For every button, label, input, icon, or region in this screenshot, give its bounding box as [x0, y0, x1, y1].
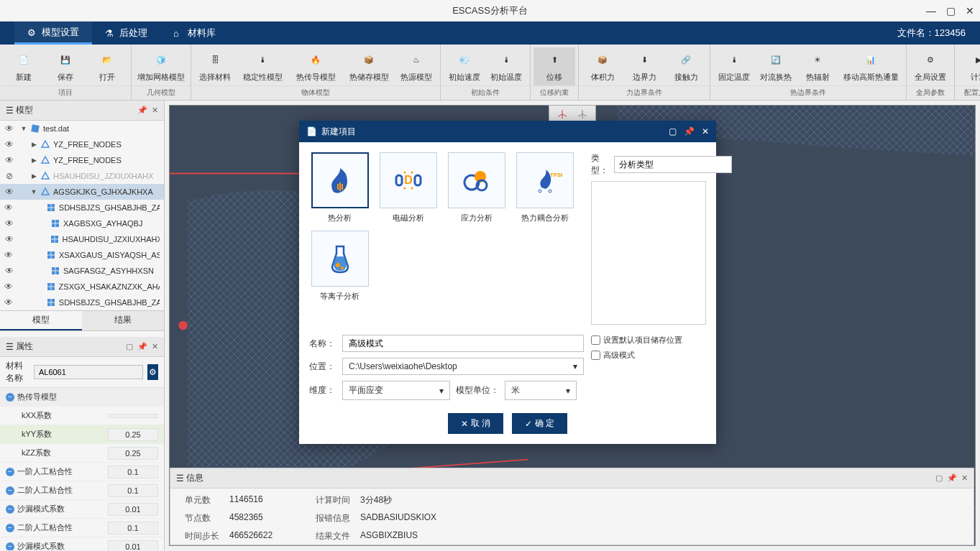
expand-icon[interactable]: ▶: [30, 141, 37, 148]
maximize-button[interactable]: ▢: [946, 5, 956, 17]
default-location-checkbox[interactable]: 设置默认项目储存位置: [591, 335, 706, 346]
ribbon-初始温度[interactable]: 🌡初始温度: [485, 47, 527, 85]
ribbon-稳定性模型[interactable]: 🌡稳定性模型: [236, 47, 289, 85]
prop-row[interactable]: −沙漏模式系数0.01: [0, 537, 164, 550]
axis-icon[interactable]: [575, 107, 590, 121]
tree-tab-model[interactable]: 模型: [0, 311, 82, 330]
prop-value[interactable]: 0.01: [108, 503, 158, 516]
visibility-icon[interactable]: 👁: [4, 297, 13, 307]
prop-row[interactable]: kYY系数0.25: [0, 425, 164, 444]
visibility-icon[interactable]: 👁: [4, 266, 14, 276]
menu-tab-post[interactable]: ⚗后处理: [92, 22, 160, 45]
menu-tab-model[interactable]: ⚙模型设置: [14, 22, 92, 45]
prop-row[interactable]: −一阶人工粘合性0.1: [0, 463, 164, 481]
prop-row[interactable]: −二阶人工粘合性0.1: [0, 481, 164, 500]
visibility-icon[interactable]: 👁: [4, 282, 13, 292]
prop-row[interactable]: −二阶人工粘合性0.1: [0, 519, 164, 537]
close-panel-icon[interactable]: ✕: [152, 106, 158, 115]
ribbon-边界力[interactable]: ⬇边界力: [623, 47, 665, 85]
modal-maximize-icon[interactable]: ▢: [669, 126, 677, 136]
cancel-button[interactable]: ✕ 取 消: [448, 413, 503, 434]
visibility-icon[interactable]: 👁: [4, 124, 14, 134]
tree-row[interactable]: 👁▼AGSGKJKG_GJHXAJKHXA: [0, 184, 164, 200]
tree-row[interactable]: 👁HSAUHDISU_JZXIUXHAHX: [0, 231, 164, 247]
popout-icon[interactable]: ▢: [126, 342, 133, 351]
expand-icon[interactable]: ▼: [20, 125, 27, 132]
minus-icon[interactable]: −: [6, 542, 14, 551]
unit-select[interactable]: 米▾: [505, 381, 577, 400]
ribbon-打开[interactable]: 📂打开: [86, 47, 128, 85]
material-input[interactable]: [34, 365, 143, 379]
analysis-card-热分析[interactable]: 热分析: [309, 152, 370, 223]
prop-value[interactable]: [108, 414, 158, 418]
prop-value[interactable]: 0.1: [108, 484, 158, 497]
close-panel-icon[interactable]: ✕: [961, 473, 968, 483]
tree-row[interactable]: 👁▶YZ_FREE_NODES: [0, 136, 164, 152]
visibility-icon[interactable]: 👁: [4, 187, 14, 197]
tree-row[interactable]: 👁SAGFASGZ_ASYHHXSN: [0, 263, 164, 279]
prop-value[interactable]: 0.25: [108, 428, 158, 441]
ribbon-初始速度[interactable]: 💨初始速度: [444, 47, 485, 85]
tree-tab-results[interactable]: 结果: [82, 311, 164, 330]
tree-row[interactable]: 👁XSAXGAUS_AISYAQSH_ASHX: [0, 247, 164, 263]
ribbon-固定温度[interactable]: 🌡固定温度: [713, 47, 755, 85]
modal-pin-icon[interactable]: 📌: [684, 126, 695, 136]
collapse-icon[interactable]: −: [6, 393, 14, 402]
name-input[interactable]: [342, 335, 584, 352]
tree-row[interactable]: 👁▼test.dat: [0, 121, 164, 136]
axis-icon[interactable]: [555, 107, 569, 121]
minus-icon[interactable]: −: [6, 524, 14, 532]
minus-icon[interactable]: −: [6, 468, 14, 476]
visibility-icon[interactable]: 👁: [4, 203, 13, 213]
ribbon-接触力[interactable]: 🔗接触力: [665, 47, 707, 85]
ribbon-保存[interactable]: 💾保存: [45, 47, 86, 85]
minimize-button[interactable]: —: [926, 5, 936, 17]
ribbon-热传导模型[interactable]: 🔥热传导模型: [289, 47, 342, 85]
close-button[interactable]: ✕: [966, 5, 974, 17]
analysis-card-电磁分析[interactable]: D电磁分析: [377, 152, 439, 223]
modal-close-icon[interactable]: ✕: [702, 126, 709, 136]
tree-row[interactable]: ⊘▶HSAUHDISU_JZXIUXHAHX: [0, 168, 164, 184]
prop-row[interactable]: kXX系数: [0, 407, 164, 425]
ribbon-热源模型[interactable]: ♨热源模型: [395, 47, 437, 85]
expand-icon[interactable]: ▶: [30, 157, 37, 164]
minus-icon[interactable]: −: [6, 505, 14, 514]
ribbon-选择材料[interactable]: 🗄选择材料: [194, 47, 236, 85]
visibility-icon[interactable]: 👁: [4, 234, 14, 244]
type-input[interactable]: [614, 156, 732, 173]
visibility-icon[interactable]: 👁: [4, 155, 14, 165]
ribbon-新建[interactable]: 📄新建: [3, 47, 45, 85]
analysis-card-热力耦合分析[interactable]: TFSI热力耦合分析: [514, 152, 575, 223]
pin-icon[interactable]: 📌: [137, 106, 147, 115]
ribbon-热储存模型[interactable]: 📦热储存模型: [342, 47, 395, 85]
ok-button[interactable]: ✓ 确 定: [512, 413, 567, 434]
tree-row[interactable]: 👁XAGBSXG_AYHAQBJ: [0, 216, 164, 231]
minus-icon[interactable]: −: [6, 486, 14, 495]
tree-row[interactable]: 👁SDHSBJZS_GHSABJHB_ZAHU: [0, 295, 164, 310]
prop-row[interactable]: kZZ系数0.25: [0, 444, 164, 463]
tree-row[interactable]: 👁▶YZ_FREE_NODES: [0, 152, 164, 168]
menu-tab-materials[interactable]: ⌂材料库: [160, 22, 229, 45]
prop-value[interactable]: 0.1: [108, 466, 158, 478]
analysis-card-等离子分析[interactable]: 等离子分析: [309, 231, 370, 302]
dimension-select[interactable]: 平面应变▾: [342, 381, 450, 400]
expand-icon[interactable]: ▶: [30, 172, 37, 180]
ribbon-移动高斯热通量[interactable]: 📊移动高斯热通量: [838, 47, 903, 85]
ribbon-热辐射[interactable]: ☀热辐射: [797, 47, 838, 85]
visibility-icon[interactable]: 👁: [4, 218, 14, 228]
prop-value[interactable]: 0.1: [108, 522, 158, 534]
close-panel-icon[interactable]: ✕: [152, 342, 158, 351]
visibility-icon[interactable]: 👁: [4, 139, 14, 149]
pin-icon[interactable]: 📌: [137, 342, 147, 351]
ribbon-位移[interactable]: ⬆位移: [533, 47, 575, 85]
tree-row[interactable]: 👁ZSXGX_HSAKAZNZXK_AHASX: [0, 279, 164, 295]
analysis-card-应力分析[interactable]: 应力分析: [446, 152, 507, 223]
visibility-icon[interactable]: ⊘: [4, 171, 14, 181]
ribbon-增加网格模型[interactable]: 🧊增加网格模型: [134, 47, 188, 85]
tree-row[interactable]: 👁SDHSBJZS_GHSABJHB_ZAHU: [0, 200, 164, 216]
prop-value[interactable]: 0.01: [108, 540, 158, 551]
popout-icon[interactable]: ▢: [935, 473, 943, 483]
material-settings-button[interactable]: ⚙: [147, 364, 158, 380]
ribbon-全局设置[interactable]: ⚙全局设置: [910, 47, 951, 85]
prop-value[interactable]: 0.25: [108, 447, 158, 460]
